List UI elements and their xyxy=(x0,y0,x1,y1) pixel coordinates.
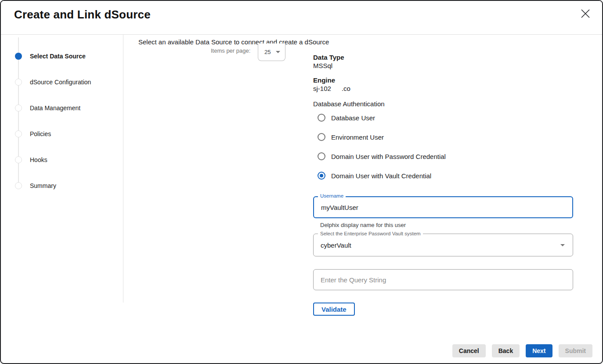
items-per-page-value: 25 xyxy=(264,49,271,55)
query-string-input[interactable] xyxy=(314,276,573,284)
radio-domain-user-vault[interactable]: Domain User with Vault Credential xyxy=(318,171,431,180)
username-field xyxy=(313,196,573,218)
create-link-dsource-dialog: Create and Link dSource Select Data Sour… xyxy=(0,0,603,364)
step-dsource-configuration[interactable]: dSource Configuration xyxy=(15,79,91,86)
username-helper-text: Delphix display name for this user xyxy=(320,222,406,228)
back-button[interactable]: Back xyxy=(492,344,520,357)
step-dot xyxy=(15,79,22,86)
cancel-button[interactable]: Cancel xyxy=(452,344,486,357)
select-caret-icon xyxy=(560,244,565,246)
step-select-data-source[interactable]: Select Data Source xyxy=(15,53,86,60)
step-dot-active xyxy=(15,53,22,60)
engine-label: Engine xyxy=(313,76,335,84)
step-dot xyxy=(15,130,22,137)
radio-label: Domain User with Vault Credential xyxy=(331,172,431,180)
dropdown-caret-icon xyxy=(276,51,280,53)
next-button[interactable]: Next xyxy=(526,344,552,357)
step-hooks[interactable]: Hooks xyxy=(15,156,47,163)
radio-domain-user-password[interactable]: Domain User with Password Credential xyxy=(318,151,446,161)
radio-icon xyxy=(318,152,325,160)
dialog-title: Create and Link dSource xyxy=(14,8,151,22)
radio-icon xyxy=(318,133,325,141)
step-label: Hooks xyxy=(30,156,47,163)
engine-value: sj-102.co xyxy=(313,85,350,92)
vault-system-select[interactable]: cyberVault xyxy=(313,234,573,256)
step-label: dSource Configuration xyxy=(30,79,91,86)
dialog-header: Create and Link dSource xyxy=(1,1,602,35)
sidebar-divider xyxy=(123,34,123,303)
step-label: Select Data Source xyxy=(30,53,86,60)
radio-database-user[interactable]: Database User xyxy=(318,113,375,123)
database-authentication-label: Database Authentication xyxy=(313,100,385,108)
radio-label: Environment User xyxy=(331,133,384,141)
username-field-label: Username xyxy=(318,193,346,198)
vault-system-value: cyberVault xyxy=(321,241,560,249)
close-icon xyxy=(581,9,590,20)
data-type-label: Data Type xyxy=(313,54,344,61)
step-label: Summary xyxy=(30,182,56,189)
username-input[interactable] xyxy=(314,204,572,211)
step-label: Data Management xyxy=(30,105,80,112)
radio-environment-user[interactable]: Environment User xyxy=(318,132,384,142)
step-data-management[interactable]: Data Management xyxy=(15,105,80,112)
vault-system-label: Select the Enterprise Password Vault sys… xyxy=(318,231,423,236)
radio-label: Database User xyxy=(331,114,375,122)
step-summary[interactable]: Summary xyxy=(15,182,56,189)
step-label: Policies xyxy=(30,130,51,137)
submit-button[interactable]: Submit xyxy=(559,344,592,357)
radio-label: Domain User with Password Credential xyxy=(331,153,446,160)
footer-actions: Cancel Back Next Submit xyxy=(452,344,592,357)
data-type-value: MSSql xyxy=(313,62,332,69)
radio-icon xyxy=(318,114,325,122)
items-per-page-select[interactable]: 25 xyxy=(258,43,285,61)
validate-button[interactable]: Validate xyxy=(313,303,355,316)
instruction-text: Select an available Data Source to conne… xyxy=(138,38,329,46)
step-policies[interactable]: Policies xyxy=(15,130,51,137)
radio-selected-icon xyxy=(318,172,325,180)
step-dot xyxy=(15,182,22,189)
step-dot xyxy=(15,105,22,112)
close-button[interactable] xyxy=(579,8,592,20)
query-string-field xyxy=(313,269,573,290)
step-dot xyxy=(15,156,22,163)
items-per-page-label: Items per page: xyxy=(211,47,250,54)
